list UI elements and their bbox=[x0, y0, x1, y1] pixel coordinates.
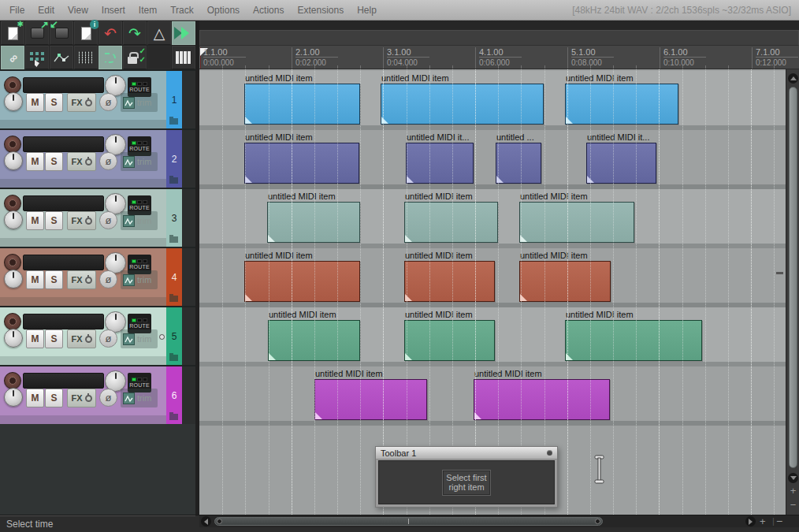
fx-button[interactable]: FX bbox=[67, 389, 96, 407]
timeline-ruler[interactable]: 1.1.000:00.0002.1.000:02.0003.1.000:04.0… bbox=[199, 46, 799, 69]
menu-insert[interactable]: Insert bbox=[98, 3, 128, 17]
midi-item-body[interactable] bbox=[268, 320, 360, 361]
new-project-button[interactable]: ✱ bbox=[1, 21, 24, 45]
midi-item[interactable]: untitled MIDI item bbox=[244, 251, 360, 302]
envelope-points-button[interactable] bbox=[50, 46, 73, 69]
menu-extensions[interactable]: Extensions bbox=[294, 3, 347, 17]
midi-item[interactable]: untitled MIDI item bbox=[404, 192, 498, 243]
midi-item-body[interactable] bbox=[586, 143, 656, 184]
pan-knob[interactable] bbox=[4, 92, 23, 111]
track-lane-4[interactable]: untitled MIDI itemuntitled MIDI itemunti… bbox=[199, 248, 799, 307]
track-lane-6[interactable]: untitled MIDI itemuntitled MIDI item bbox=[199, 366, 799, 426]
midi-item-body[interactable] bbox=[519, 261, 611, 302]
midi-item-body[interactable] bbox=[404, 320, 495, 361]
track-panel-6[interactable]: ROUTEMSFXøtrim6 bbox=[0, 365, 195, 424]
midi-item[interactable]: untitled MIDI item bbox=[267, 192, 360, 243]
fade-in-handle[interactable] bbox=[315, 412, 322, 419]
menu-options[interactable]: Options bbox=[204, 3, 243, 17]
fx-button[interactable]: FX bbox=[67, 93, 96, 112]
fade-in-handle[interactable] bbox=[268, 235, 275, 242]
menu-item[interactable]: Item bbox=[136, 3, 160, 17]
thumb-left-cap[interactable] bbox=[217, 519, 222, 524]
track-lane-5[interactable]: untitled MIDI itemuntitled MIDI itemunti… bbox=[199, 307, 799, 366]
midi-item-body[interactable] bbox=[496, 143, 541, 184]
vertical-scrollbar-thumb[interactable] bbox=[789, 87, 797, 468]
horizontal-scrollbar-thumb[interactable] bbox=[214, 517, 603, 526]
horizontal-zoom-in-button[interactable]: + bbox=[760, 515, 766, 527]
toolbar-docker-button[interactable] bbox=[25, 46, 49, 69]
trim-envelope-button[interactable]: trim bbox=[121, 152, 158, 171]
track-panel-2[interactable]: ROUTEMSFXøtrim2 bbox=[0, 128, 195, 188]
trim-envelope-button[interactable]: trim bbox=[121, 93, 158, 112]
track-panel-3[interactable]: ROUTEMSFXøtrim3 bbox=[0, 188, 195, 247]
grid-toggle-button[interactable] bbox=[74, 46, 98, 69]
track-name-field[interactable] bbox=[23, 314, 104, 329]
solo-button[interactable]: S bbox=[45, 329, 63, 348]
phase-button[interactable]: ø bbox=[99, 270, 117, 288]
midi-item-body[interactable] bbox=[519, 202, 634, 243]
ruler-mark[interactable]: 7.1.000:12.000 bbox=[752, 47, 798, 69]
fade-in-handle[interactable] bbox=[245, 294, 252, 301]
menu-track[interactable]: Track bbox=[167, 3, 197, 17]
phase-button[interactable]: ø bbox=[99, 152, 117, 170]
vertical-zoom-in-button[interactable]: + bbox=[786, 485, 799, 497]
mute-button[interactable]: M bbox=[26, 270, 44, 289]
record-arm-button[interactable] bbox=[4, 372, 21, 389]
open-project-button[interactable]: ↗ bbox=[25, 21, 49, 45]
scroll-left-button[interactable] bbox=[201, 516, 211, 526]
track-panel-4[interactable]: ROUTEMSFXøtrim4 bbox=[0, 247, 195, 306]
fade-in-handle[interactable] bbox=[405, 353, 412, 360]
vertical-scrollbar[interactable]: + − bbox=[786, 69, 799, 515]
solo-button[interactable]: S bbox=[45, 93, 63, 112]
midi-item-body[interactable] bbox=[244, 261, 360, 302]
trim-envelope-button[interactable]: trim bbox=[121, 329, 158, 348]
pan-knob[interactable] bbox=[4, 270, 23, 288]
menu-view[interactable]: View bbox=[65, 3, 91, 17]
locking-button[interactable]: ✓✓ bbox=[123, 46, 147, 69]
mute-button[interactable]: M bbox=[26, 211, 44, 230]
fx-button[interactable]: FX bbox=[67, 152, 96, 171]
solo-button[interactable]: S bbox=[45, 389, 63, 407]
menu-file[interactable]: File bbox=[6, 3, 28, 17]
midi-item[interactable]: untitled MIDI item bbox=[244, 132, 359, 184]
item-grouping-button[interactable]: ∞ bbox=[1, 46, 24, 69]
midi-item-body[interactable] bbox=[565, 84, 678, 125]
midi-item[interactable]: untitled MIDI item bbox=[404, 251, 495, 302]
save-project-button[interactable]: ↙ bbox=[50, 21, 73, 45]
scroll-up-button[interactable] bbox=[788, 73, 798, 84]
midi-item[interactable]: untitled MIDI item bbox=[565, 73, 678, 125]
phase-button[interactable]: ø bbox=[99, 211, 117, 229]
midi-item[interactable]: untitled MIDI item bbox=[404, 310, 495, 361]
fx-button[interactable]: FX bbox=[67, 211, 96, 230]
fade-in-handle[interactable] bbox=[566, 353, 573, 360]
midi-item[interactable]: untitled MIDI item bbox=[519, 251, 611, 302]
horizontal-scrollbar[interactable]: + | − bbox=[199, 515, 799, 527]
mute-button[interactable]: M bbox=[26, 152, 44, 171]
record-arm-button[interactable] bbox=[4, 136, 21, 153]
fade-in-handle[interactable] bbox=[407, 176, 414, 183]
virtual-midi-keyboard-button[interactable] bbox=[172, 46, 195, 69]
midi-item[interactable]: untitled MIDI item bbox=[244, 73, 360, 125]
track-lane-2[interactable]: untitled MIDI itemuntitled MIDI it...unt… bbox=[199, 130, 799, 189]
record-arm-button[interactable] bbox=[4, 195, 21, 212]
phase-button[interactable]: ø bbox=[99, 329, 117, 348]
midi-item[interactable]: untitled MIDI it... bbox=[586, 132, 656, 184]
toolbar-window-pin-icon[interactable] bbox=[547, 450, 552, 456]
track-panel-5[interactable]: ROUTEMSFXøtrim5 bbox=[0, 306, 195, 365]
record-arm-button[interactable] bbox=[4, 254, 21, 271]
phase-button[interactable]: ø bbox=[99, 93, 117, 111]
midi-item[interactable]: untitled ... bbox=[496, 132, 541, 184]
fade-in-handle[interactable] bbox=[520, 294, 527, 301]
floating-toolbar-titlebar[interactable]: Toolbar 1 bbox=[376, 447, 557, 459]
scroll-down-button[interactable] bbox=[788, 473, 798, 483]
solo-button[interactable]: S bbox=[45, 152, 63, 171]
mute-button[interactable]: M bbox=[26, 389, 44, 407]
record-arm-button[interactable] bbox=[4, 76, 21, 94]
track-panel-1[interactable]: ROUTEMSFXøtrim1 bbox=[0, 69, 195, 128]
midi-item[interactable]: untitled MIDI item bbox=[314, 369, 427, 420]
mute-button[interactable]: M bbox=[26, 329, 44, 348]
midi-item-body[interactable] bbox=[381, 84, 544, 125]
solo-button[interactable]: S bbox=[45, 211, 63, 230]
fade-in-handle[interactable] bbox=[269, 353, 276, 360]
redo-button[interactable]: ↷ bbox=[123, 21, 147, 45]
